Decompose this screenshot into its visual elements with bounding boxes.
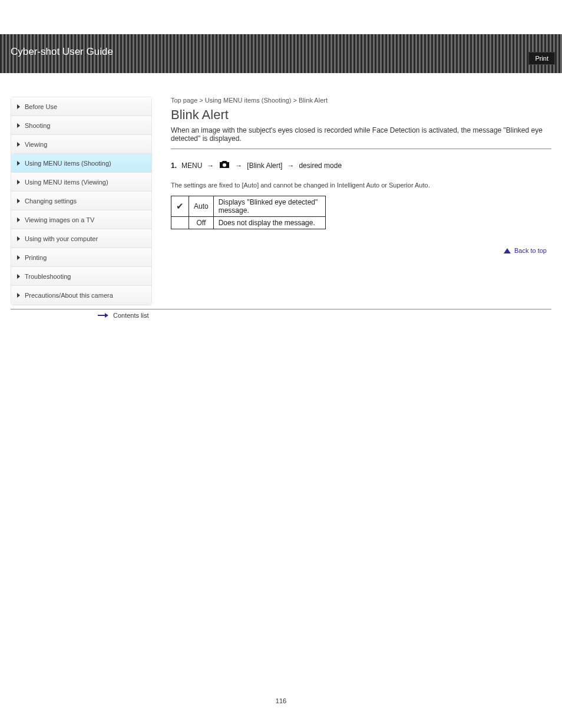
svg-point-0 [223,163,226,167]
caret-right-icon [17,255,20,260]
sidebar-item-label: Changing settings [25,197,77,205]
sidebar-item-precautions[interactable]: Precautions/About this camera [11,286,151,305]
default-check-cell [171,217,189,229]
breadcrumb: Top page > Using MENU items (Shooting) >… [171,97,551,104]
page-number: 116 [0,697,562,704]
options-table: ✔ Auto Displays "Blinked eye detected" m… [171,196,326,229]
check-icon: ✔ [176,201,184,211]
step-number: 1. [171,162,177,170]
triangle-up-icon [504,248,511,253]
option-label: Off [189,217,214,229]
back-to-top-label: Back to top [514,247,547,254]
sidebar: Before Use Shooting Viewing Using MENU i… [11,97,152,305]
caret-right-icon [17,123,20,128]
note-text: The settings are fixed to [Auto] and can… [171,182,551,189]
header-bar: Cyber-shot User Guide Print [0,34,562,73]
contents-link[interactable]: Contents list [113,312,149,319]
intro-text: When an image with the subject's eyes cl… [171,126,551,143]
sidebar-item-viewing-tv[interactable]: Viewing images on a TV [11,210,151,229]
caret-right-icon [17,236,20,241]
default-check-cell: ✔ [171,196,189,217]
sidebar-item-shooting[interactable]: Shooting [11,116,151,135]
flow-step: desired mode [299,162,342,170]
page-title: Blink Alert [171,107,551,123]
sidebar-item-viewing[interactable]: Viewing [11,135,151,154]
back-to-top-link[interactable]: Back to top [171,247,547,254]
breadcrumb-part[interactable]: Using MENU items (Shooting) [205,97,292,104]
caret-right-icon [17,274,20,279]
option-label: Auto [189,196,214,217]
arrow-right-icon: → [287,162,294,170]
sidebar-item-menu-viewing[interactable]: Using MENU items (Viewing) [11,173,151,192]
sidebar-item-label: Troubleshooting [25,273,71,280]
caret-right-icon [17,161,20,166]
sidebar-item-printing[interactable]: Printing [11,248,151,267]
sidebar-item-label: Before Use [25,103,57,110]
content-wrap: Before Use Shooting Viewing Using MENU i… [0,73,562,305]
main-content: Top page > Using MENU items (Shooting) >… [152,97,551,259]
caret-right-icon [17,142,20,147]
caret-right-icon [17,180,20,185]
sidebar-item-label: Printing [25,254,47,261]
instruction-flow: 1. MENU → → [Blink Alert] → desired mode [171,160,551,171]
flow-step: [Blink Alert] [247,162,282,170]
header-title: Cyber-shot User Guide [11,46,113,58]
breadcrumb-part[interactable]: Top page [171,97,197,104]
table-row: Off Does not display the message. [171,217,326,229]
sidebar-item-label: Precautions/About this camera [25,292,113,299]
caret-right-icon [17,199,20,203]
sidebar-item-label: Using MENU items (Viewing) [25,179,108,186]
option-desc: Displays "Blinked eye detected" message. [213,196,325,217]
sidebar-item-label: Using MENU items (Shooting) [25,160,111,167]
sidebar-item-label: Viewing images on a TV [25,216,94,223]
caret-right-icon [17,293,20,298]
breadcrumb-part: Blink Alert [299,97,328,104]
sidebar-item-label: Shooting [25,122,50,129]
arrow-right-icon: → [207,162,214,170]
sidebar-item-computer[interactable]: Using with your computer [11,229,151,248]
footer-line: Contents list [11,309,551,319]
sidebar-item-menu-shooting[interactable]: Using MENU items (Shooting) [11,154,151,173]
table-row: ✔ Auto Displays "Blinked eye detected" m… [171,196,326,217]
divider [171,149,551,149]
caret-right-icon [17,218,20,222]
camera-icon [219,160,230,171]
sidebar-item-label: Using with your computer [25,235,98,242]
sidebar-item-changing-settings[interactable]: Changing settings [11,192,151,210]
arrow-right-icon: → [235,162,242,170]
arrow-right-icon [98,313,108,318]
sidebar-item-before-use[interactable]: Before Use [11,97,151,116]
caret-right-icon [17,104,20,109]
print-button[interactable]: Print [528,52,555,65]
option-desc: Does not display the message. [213,217,325,229]
sidebar-item-label: Viewing [25,141,47,148]
sidebar-item-troubleshooting[interactable]: Troubleshooting [11,267,151,286]
flow-step: MENU [181,162,202,170]
